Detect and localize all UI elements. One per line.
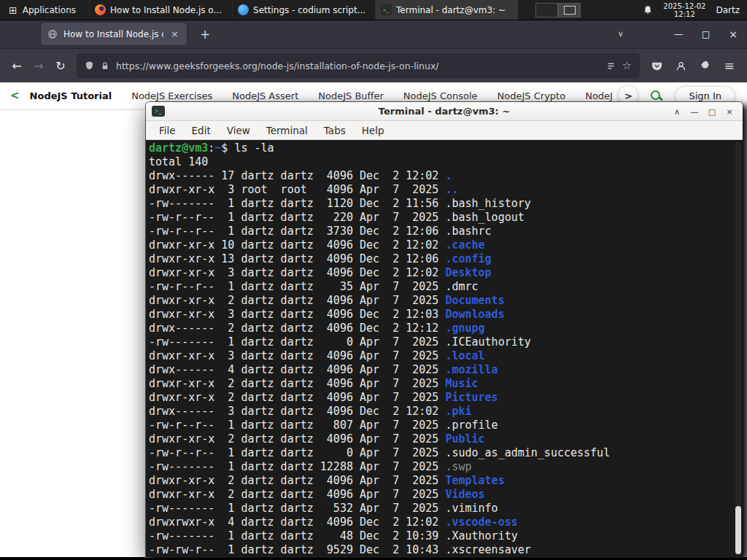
workspace-1[interactable]	[535, 3, 558, 18]
clock[interactable]: 2025-12-02 12:12	[663, 2, 705, 18]
url-text[interactable]: https://www.geeksforgeeks.org/node-js/in…	[116, 61, 600, 71]
terminal-line: drwxr-xr-x 2 dartz dartz 4096 Apr 7 2025…	[149, 432, 743, 446]
extensions-icon[interactable]	[693, 61, 717, 71]
filename: Documents	[445, 294, 504, 307]
menu-hamburger-icon[interactable]: ≡	[717, 58, 741, 73]
gfg-nav-item[interactable]: NodeJS Tutorial	[30, 90, 112, 101]
terminal-menu-tabs[interactable]: Tabs	[316, 125, 354, 136]
terminal-line: -rw-rw-r-- 1 dartz dartz 9529 Dec 2 10:4…	[149, 543, 743, 557]
account-icon[interactable]	[669, 61, 693, 71]
terminal-line: drwxr-xr-x 3 dartz dartz 4096 Dec 2 12:0…	[149, 308, 743, 322]
terminal-shade-button[interactable]: ∧	[668, 107, 686, 117]
filename: Public	[445, 432, 484, 446]
gfg-nav-item[interactable]: NodeJS Exercises	[131, 90, 212, 101]
nav-scroll-left-icon[interactable]: <	[10, 89, 20, 102]
terminal-window-controls: ∧ — □ ×	[668, 102, 738, 121]
taskbar-item-terminal[interactable]: >_Terminal - dartz@vm3: ~	[375, 0, 518, 20]
workspace-2[interactable]	[558, 3, 581, 18]
applications-label: Applications	[23, 5, 76, 15]
terminal-line: drwxr-xr-x 2 dartz dartz 4096 Apr 7 2025…	[149, 391, 743, 405]
gfg-nav-item[interactable]: NodeJS Console	[403, 90, 478, 101]
prompt-path: ~	[214, 141, 221, 155]
terminal-line: drwxr-xr-x 3 root root 4096 Apr 7 2025 .…	[149, 183, 743, 197]
listing-columns: drwxr-xr-x 3 dartz dartz 4096 Apr 7 2025	[149, 349, 445, 362]
terminal-menu-edit[interactable]: Edit	[184, 125, 219, 136]
listing-columns: -rw-r--r-- 1 dartz dartz 220 Apr 7 2025	[149, 211, 445, 224]
filename: Templates	[445, 474, 504, 487]
filename: .config	[445, 252, 491, 265]
taskbar-item-label: How to Install Node.js o...	[110, 5, 222, 15]
terminal-menu-view[interactable]: View	[219, 125, 258, 136]
tab-title: How to Install Node.js on...	[63, 29, 163, 39]
prompt-dollar: $	[221, 141, 234, 155]
gfg-nav-item[interactable]: NodeJS Buffer	[318, 90, 384, 101]
browser-toolbar: ← → ↻ https://www.geeksforgeeks.org/node…	[0, 49, 747, 82]
gfg-nav-item[interactable]: NodeJS Assert	[232, 90, 298, 101]
browser-maximize-button[interactable]: □	[692, 29, 719, 39]
listing-columns: -rw-rw-r-- 1 dartz dartz 9529 Dec 2 10:4…	[149, 543, 445, 556]
forward-button[interactable]: →	[28, 59, 50, 73]
terminal-minimize-button[interactable]: —	[686, 107, 703, 117]
terminal-line: drwxr-xr-x 3 dartz dartz 4096 Apr 7 2025…	[149, 349, 743, 363]
terminal-line: -rw-r--r-- 1 dartz dartz 0 Apr 7 2025 .s…	[149, 446, 743, 460]
terminal-menu-help[interactable]: Help	[354, 125, 392, 136]
listing-columns: drwxr-xr-x 2 dartz dartz 4096 Apr 7 2025	[149, 432, 445, 446]
terminal-lines: dartz@vm3:~$ ls -la total 140 drwx------…	[149, 141, 743, 557]
listing-columns: drwxr-xr-x 2 dartz dartz 4096 Apr 7 2025	[149, 377, 445, 390]
bookmark-star-icon[interactable]: ☆	[622, 61, 632, 71]
filename: .bash_history	[445, 197, 530, 210]
pocket-icon[interactable]	[645, 61, 669, 71]
gfg-nav-item[interactable]: NodeJS Crypto	[498, 90, 566, 101]
workspace-window-miniature	[564, 6, 576, 15]
listing-columns: -rw------- 1 dartz dartz 0 Apr 7 2025	[149, 335, 445, 349]
terminal-line: -rw------- 1 dartz dartz 12288 Apr 7 202…	[149, 460, 743, 474]
taskbar-item-codium[interactable]: Settings - codium script...	[232, 0, 375, 20]
terminal-scrollbar-thumb[interactable]	[735, 506, 741, 554]
terminal-line: drwx------ 2 dartz dartz 4096 Dec 2 12:1…	[149, 322, 743, 335]
terminal-menu-terminal[interactable]: Terminal	[258, 125, 316, 136]
applications-grid-icon: ⊞	[9, 5, 18, 15]
browser-minimize-button[interactable]: —	[665, 29, 692, 39]
terminal-line: -rw-r--r-- 1 dartz dartz 807 Apr 7 2025 …	[149, 419, 743, 432]
taskbar-item-firefox[interactable]: How to Install Node.js o...	[89, 0, 232, 20]
terminal-line: -rw-r--r-- 1 dartz dartz 35 Apr 7 2025 .…	[149, 280, 743, 294]
back-button[interactable]: ←	[6, 59, 28, 73]
terminal-line: drwxr-xr-x 2 dartz dartz 4096 Apr 7 2025…	[149, 377, 743, 391]
terminal-menu-file[interactable]: File	[151, 125, 184, 136]
filename: ..	[445, 183, 458, 196]
reader-view-icon[interactable]	[606, 61, 616, 71]
new-tab-button[interactable]: +	[196, 27, 214, 42]
list-all-tabs-button[interactable]: ∨	[608, 29, 634, 39]
terminal-scrollbar[interactable]	[735, 141, 741, 556]
tracking-shield-icon[interactable]	[85, 61, 94, 71]
lock-icon[interactable]	[101, 61, 109, 71]
search-icon[interactable]	[650, 90, 662, 102]
codium-icon	[238, 4, 249, 15]
terminal-line: drwxr-xr-x 2 dartz dartz 4096 Apr 7 2025…	[149, 474, 743, 488]
prompt-command: ls -la	[234, 141, 274, 155]
terminal-titlebar[interactable]: >_ Terminal - dartz@vm3: ~ ∧ — □ ×	[146, 102, 743, 121]
notification-bell-icon[interactable]	[643, 5, 653, 15]
tab-close-icon[interactable]: ×	[169, 28, 180, 39]
globe-favicon-icon	[47, 29, 58, 39]
filename: .bash_logout	[445, 211, 524, 224]
browser-tab[interactable]: How to Install Node.js on... ×	[41, 23, 187, 45]
terminal-output[interactable]: dartz@vm3:~$ ls -la total 140 drwx------…	[146, 140, 743, 557]
browser-close-button[interactable]: ×	[719, 28, 747, 40]
filename: .bashrc	[445, 225, 491, 238]
workspace-switcher[interactable]	[535, 3, 581, 18]
listing-columns: -rw-r--r-- 1 dartz dartz 3730 Dec 2 12:0…	[149, 225, 445, 238]
filename: .profile	[445, 419, 498, 432]
terminal-line: drwxr-xr-x 2 dartz dartz 4096 Apr 7 2025…	[149, 488, 743, 502]
terminal-line: -rw------- 1 dartz dartz 532 Apr 7 2025 …	[149, 502, 743, 516]
firefox-icon	[95, 4, 106, 15]
clock-time: 12:12	[663, 10, 705, 18]
url-bar[interactable]: https://www.geeksforgeeks.org/node-js/in…	[77, 54, 639, 77]
applications-menu-button[interactable]: ⊞ Applications	[0, 0, 85, 20]
reload-button[interactable]: ↻	[50, 59, 71, 73]
filename: .ICEauthority	[445, 335, 530, 349]
terminal-maximize-button[interactable]: □	[703, 107, 721, 117]
terminal-close-button[interactable]: ×	[721, 107, 738, 117]
gfg-nav-item[interactable]: NodeJS DNS	[585, 90, 613, 101]
terminal-line: drwxr-xr-x 13 dartz dartz 4096 Dec 2 12:…	[149, 252, 743, 266]
